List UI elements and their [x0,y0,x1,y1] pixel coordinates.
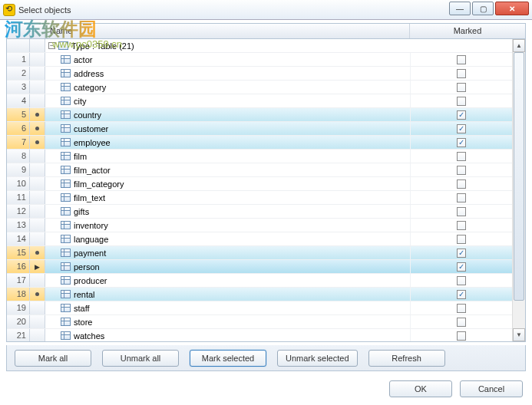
row-name-cell[interactable]: gifts [45,205,411,218]
row-marked-cell[interactable] [411,219,512,232]
unmark-selected-button[interactable]: Unmark selected [277,350,358,367]
table-row[interactable]: 18rental✓ [7,288,512,301]
marked-checkbox[interactable] [457,318,466,327]
row-name-cell[interactable]: employee [45,136,411,149]
marked-checkbox[interactable] [457,166,466,175]
row-marked-cell[interactable] [411,301,512,314]
marked-checkbox[interactable]: ✓ [457,262,466,272]
refresh-button[interactable]: Refresh [368,350,445,367]
row-marked-cell[interactable] [411,163,512,176]
header-indicator[interactable] [30,24,45,38]
table-row[interactable]: 13inventory [7,219,512,232]
row-marked-cell[interactable]: ✓ [411,288,512,301]
mark-selected-button[interactable]: Mark selected [190,350,266,367]
row-name-cell[interactable]: film [45,150,411,163]
table-row[interactable]: 2address [7,67,512,81]
table-row[interactable]: 11film_text [7,191,512,205]
row-name-cell[interactable]: address [45,67,411,80]
close-button[interactable]: ✕ [495,2,529,15]
row-marked-cell[interactable] [411,177,512,190]
row-name-cell[interactable]: city [45,94,411,107]
marked-checkbox[interactable] [457,152,466,161]
table-row[interactable]: 1actor [7,53,512,67]
marked-checkbox[interactable] [457,276,466,285]
row-marked-cell[interactable] [411,315,512,328]
marked-checkbox[interactable] [457,179,466,189]
row-name-cell[interactable]: watches [45,329,411,341]
row-name-cell[interactable]: country [45,108,411,121]
row-marked-cell[interactable]: ✓ [411,246,512,259]
unmark-all-button[interactable]: Unmark all [102,350,179,367]
marked-checkbox[interactable] [457,235,466,244]
cancel-button[interactable]: Cancel [460,380,523,397]
marked-checkbox[interactable]: ✓ [457,124,466,133]
header-marked[interactable]: Marked [410,24,525,38]
row-name-cell[interactable]: store [45,315,411,328]
row-name-cell[interactable]: producer [45,274,411,287]
table-row[interactable]: 5country✓ [7,108,512,122]
row-marked-cell[interactable] [411,150,512,163]
table-row[interactable]: 7employee✓ [7,136,512,150]
table-row[interactable]: 19staff [7,301,512,315]
table-row[interactable]: 16▶person✓ [7,260,512,274]
table-row[interactable]: 8film [7,150,512,163]
header-name[interactable]: Name [45,24,410,38]
table-row[interactable]: 21watches [7,329,512,341]
table-row[interactable]: 4city [7,94,512,108]
row-marked-cell[interactable] [411,274,512,287]
marked-checkbox[interactable] [457,207,466,216]
row-marked-cell[interactable]: ✓ [411,122,512,135]
row-marked-cell[interactable] [411,232,512,245]
table-row[interactable]: 9film_actor [7,163,512,177]
marked-checkbox[interactable] [457,304,466,313]
row-marked-cell[interactable] [411,94,512,107]
row-marked-cell[interactable]: ✓ [411,260,512,273]
marked-checkbox[interactable] [457,331,466,341]
marked-checkbox[interactable]: ✓ [457,290,466,299]
collapse-icon[interactable]: − [48,42,55,49]
scroll-thumb[interactable] [514,52,524,301]
table-row[interactable]: 14language [7,232,512,246]
row-name-cell[interactable]: film_category [45,177,411,190]
mark-all-button[interactable]: Mark all [15,350,91,367]
marked-checkbox[interactable]: ✓ [457,138,466,147]
table-row[interactable]: 15payment✓ [7,246,512,260]
row-name-cell[interactable]: inventory [45,219,411,232]
row-name-cell[interactable]: film_actor [45,163,411,176]
group-row[interactable]: − Type : Table (21) [7,39,512,53]
marked-checkbox[interactable] [457,83,466,92]
table-row[interactable]: 12gifts [7,205,512,219]
scroll-down-button[interactable]: ▼ [513,328,525,341]
table-row[interactable]: 6customer✓ [7,122,512,136]
header-rownum[interactable] [7,24,30,38]
row-marked-cell[interactable] [411,329,512,341]
row-name-cell[interactable]: staff [45,301,411,314]
row-name-cell[interactable]: actor [45,53,411,66]
marked-checkbox[interactable]: ✓ [457,249,466,258]
row-marked-cell[interactable] [411,191,512,204]
row-marked-cell[interactable] [411,53,512,66]
ok-button[interactable]: OK [389,380,452,397]
minimize-button[interactable]: — [449,2,471,15]
scroll-track[interactable] [513,52,525,328]
maximize-button[interactable]: ▢ [472,2,494,15]
vertical-scrollbar[interactable]: ▲ ▼ [512,39,525,341]
row-name-cell[interactable]: rental [45,288,411,301]
row-name-cell[interactable]: payment [45,246,411,259]
table-row[interactable]: 17producer [7,274,512,288]
marked-checkbox[interactable] [457,55,466,64]
marked-checkbox[interactable] [457,97,466,106]
row-name-cell[interactable]: language [45,232,411,245]
scroll-up-button[interactable]: ▲ [513,39,525,52]
row-marked-cell[interactable] [411,67,512,80]
row-name-cell[interactable]: person [45,260,411,273]
row-marked-cell[interactable]: ✓ [411,136,512,149]
row-name-cell[interactable]: category [45,81,411,94]
row-marked-cell[interactable]: ✓ [411,108,512,121]
table-row[interactable]: 10film_category [7,177,512,191]
row-marked-cell[interactable] [411,205,512,218]
row-marked-cell[interactable] [411,81,512,94]
table-row[interactable]: 3category [7,81,512,94]
row-name-cell[interactable]: customer [45,122,411,135]
marked-checkbox[interactable] [457,69,466,78]
